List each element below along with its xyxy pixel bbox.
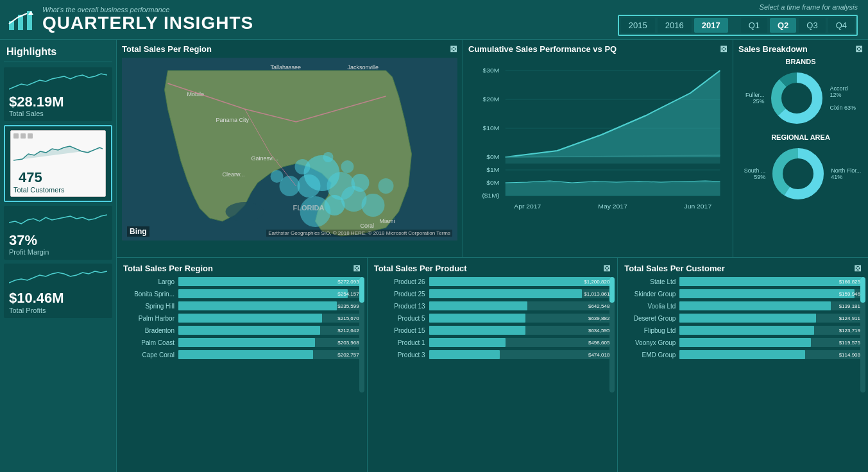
- year-2017-button[interactable]: 2017: [694, 18, 728, 33]
- svg-text:$0M: $0M: [486, 180, 499, 186]
- bar-value: $166,825: [839, 279, 860, 285]
- bar-value: $139,181: [839, 303, 860, 309]
- bar-label: Voonyx Group: [624, 339, 676, 346]
- scrollbar-region[interactable]: [359, 277, 364, 392]
- bar-fill: [679, 289, 854, 298]
- kpi-customers-label: Total Customers: [13, 186, 103, 194]
- svg-text:Apr 2017: Apr 2017: [514, 203, 541, 210]
- brands-donut-chart: [768, 69, 826, 127]
- scrollbar-thumb-customer[interactable]: [860, 277, 865, 303]
- bar-panel-product-title: Total Sales Per Product ⊠: [374, 263, 611, 273]
- window-dot-2: [21, 133, 26, 139]
- year-2016-button[interactable]: 2016: [658, 18, 692, 33]
- bar-fill: [679, 338, 810, 347]
- bar-value: $272,093: [337, 279, 359, 285]
- bar-fill: [429, 326, 525, 335]
- scrollbar-customer[interactable]: [860, 277, 865, 392]
- bar-fill: [679, 301, 830, 310]
- scrollbar-product[interactable]: [609, 277, 615, 392]
- bottom-row: Total Sales Per Region ⊠ Largo $272,093 …: [117, 258, 868, 472]
- svg-point-18: [362, 194, 385, 217]
- bar-track: $166,825: [679, 277, 862, 286]
- svg-text:$10M: $10M: [483, 125, 500, 131]
- bar-fill: [429, 289, 582, 298]
- year-2015-button[interactable]: 2015: [621, 18, 655, 33]
- svg-point-12: [300, 196, 331, 227]
- north-label: North Flor...41%: [831, 167, 861, 180]
- bar-fill: [178, 277, 361, 286]
- svg-point-13: [352, 174, 370, 192]
- map-attribution: Earthstar Geographics SIO, © 2018 HERE, …: [266, 230, 452, 237]
- svg-text:$1M: $1M: [486, 167, 499, 173]
- scrollbar-thumb-product[interactable]: [609, 277, 615, 303]
- svg-point-19: [379, 178, 394, 194]
- bar-track: $114,908: [679, 350, 862, 359]
- kpi-customers-value: 475: [19, 169, 42, 186]
- quarter-q1-button[interactable]: Q1: [741, 18, 767, 33]
- bar-row: Product 1 $498,605: [374, 338, 611, 347]
- svg-point-6: [226, 202, 264, 221]
- kpi-sales-value: $28.19M: [9, 94, 107, 110]
- bar-fill: [178, 326, 320, 335]
- bar-track: $139,181: [679, 301, 862, 310]
- chart-icon: [6, 6, 35, 34]
- bar-track: $639,882: [429, 314, 611, 323]
- bar-track: $203,968: [178, 338, 361, 347]
- kpi-sales-card: $28.19M Total Sales: [4, 67, 112, 121]
- bar-track: $272,093: [178, 277, 361, 286]
- bar-row: Deseret Group $124,911: [624, 314, 862, 323]
- window-dot-1: [13, 133, 19, 139]
- bar-fill: [429, 338, 506, 347]
- bar-row: Product 3 $474,018: [374, 350, 611, 359]
- bar-track: $1,013,861: [429, 289, 611, 298]
- map-panel-title: Total Sales Per Region ⊠: [122, 44, 457, 54]
- bar-fill: [178, 289, 348, 298]
- quarter-q2-button[interactable]: Q2: [770, 18, 796, 33]
- bar-panel-customer: Total Sales Per Customer ⊠ State Ltd $16…: [618, 258, 868, 472]
- top-row: Total Sales Per Region ⊠: [117, 40, 868, 258]
- bar-track: $474,018: [429, 350, 611, 359]
- bar-row: Product 5 $639,882: [374, 314, 611, 323]
- bar-value: $254,157: [337, 291, 359, 297]
- bar-fill: [178, 350, 313, 359]
- svg-text:$20M: $20M: [483, 96, 500, 103]
- bar-track: $642,548: [429, 301, 611, 310]
- bar-track: $159,946: [679, 289, 862, 298]
- brands-section: BRANDS Fuller...25%: [738, 58, 863, 127]
- bar-track: $235,599: [178, 301, 361, 310]
- kpi-profits-label: Total Profits: [9, 307, 107, 314]
- window-bar: [13, 133, 103, 139]
- regional-title: REGIONAL AREA: [738, 133, 863, 141]
- scrollbar-thumb-region[interactable]: [359, 277, 364, 303]
- fuller-label: Fuller...25%: [745, 92, 765, 105]
- brands-title: BRANDS: [738, 58, 863, 65]
- regional-donut-labels-left: South ...59%: [744, 167, 770, 180]
- kpi-profits-card: $10.46M Total Profits: [4, 264, 112, 317]
- line-chart-container: $30M $20M $10M $0M $1M $0M ($1M): [468, 58, 728, 221]
- quarter-q3-button[interactable]: Q3: [799, 18, 825, 33]
- bar-label: Voolia Ltd: [624, 303, 676, 310]
- bar-row: Palm Harbor $215,670: [123, 314, 361, 323]
- bar-row: Product 25 $1,013,861: [374, 289, 611, 298]
- bar-label: State Ltd: [624, 278, 676, 285]
- bar-track: $212,642: [178, 326, 361, 335]
- line-title-text: Cumulative Sales Performance vs PQ: [468, 44, 617, 54]
- svg-point-16: [323, 152, 334, 162]
- svg-text:May 2017: May 2017: [598, 203, 627, 210]
- quarter-q4-button[interactable]: Q4: [828, 18, 855, 33]
- bar-label: Largo: [123, 278, 174, 285]
- kpi-margin-value: 37%: [9, 233, 107, 248]
- svg-point-20: [271, 170, 284, 183]
- time-buttons-container: 2015 2016 2017 Q1 Q2 Q3 Q4: [618, 15, 858, 36]
- bar-value: $634,595: [588, 328, 609, 333]
- bar-value: $474,018: [588, 352, 609, 358]
- regional-donut-labels-right: North Flor...41%: [831, 167, 861, 180]
- svg-text:Jacksonville: Jacksonville: [348, 64, 379, 71]
- svg-point-15: [341, 160, 354, 173]
- bar-label: EMD Group: [624, 351, 676, 358]
- bar-row: Flipbug Ltd $123,719: [624, 326, 862, 335]
- bar-value: $235,599: [337, 303, 359, 309]
- svg-marker-44: [506, 71, 720, 157]
- bar-label: Bradenton: [123, 327, 174, 334]
- breakdown-panel-icon: ⊠: [855, 44, 863, 54]
